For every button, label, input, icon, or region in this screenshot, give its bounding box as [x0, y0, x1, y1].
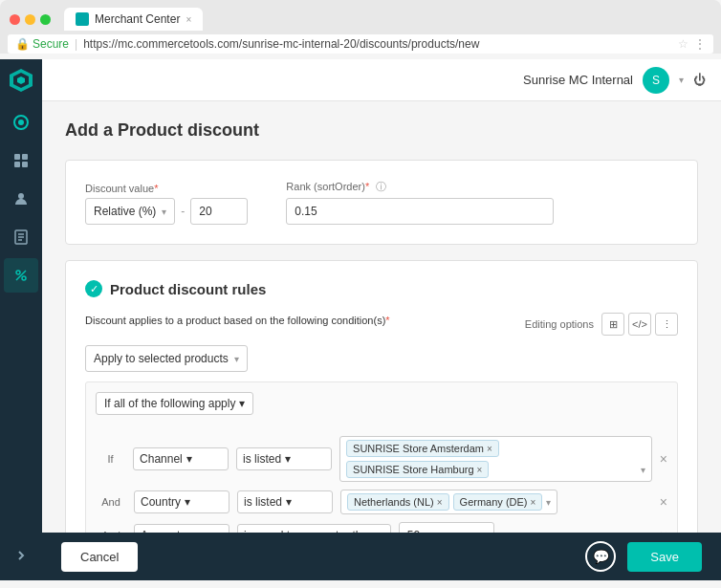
conditions-container: If all of the following apply ▾ If Chann…	[85, 381, 678, 533]
power-icon[interactable]: ⏻	[693, 73, 706, 87]
chat-button[interactable]: 💬	[585, 541, 616, 572]
more-options-icon[interactable]: ⋮	[655, 313, 678, 336]
star-icon[interactable]: ☆	[678, 37, 688, 51]
field-chevron-icon: ▾	[185, 495, 190, 509]
type-select-chevron-icon: ▾	[162, 207, 166, 217]
tag-amsterdam: SUNRISE Store Amsterdam ×	[346, 440, 499, 457]
tags-chevron-icon-2[interactable]: ▾	[546, 497, 551, 508]
tag-remove-de[interactable]: ×	[531, 497, 536, 508]
sidebar-item-catalog[interactable]	[4, 143, 38, 178]
if-all-select[interactable]: If all of the following apply ▾	[96, 392, 253, 415]
discount-type-select[interactable]: Relative (%) ▾	[85, 198, 175, 225]
check-icon: ✓	[85, 280, 102, 297]
rules-section: ✓ Product discount rules Discount applie…	[65, 260, 698, 533]
address-bar[interactable]: 🔒 Secure | https://mc.commercetools.com/…	[8, 34, 713, 54]
if-all-chevron-icon: ▾	[239, 397, 245, 410]
condition-row: And Country ▾ is listed ▾	[96, 490, 667, 514]
apply-select[interactable]: Apply to selected products ▾	[85, 345, 248, 372]
url-text: https://mc.commercetools.com/sunrise-mc-…	[83, 37, 672, 51]
rank-label: Rank (sortOrder)* ⓘ	[286, 180, 554, 194]
rules-title: Product discount rules	[110, 281, 266, 297]
field-chevron-icon: ▾	[186, 452, 192, 466]
secure-indicator: 🔒 Secure	[15, 37, 69, 51]
org-name: Sunrise MC Internal	[523, 73, 633, 87]
condition-prefix-and-1: And	[96, 496, 126, 508]
tag-netherlands: Netherlands (NL) ×	[347, 493, 449, 511]
svg-line-16	[16, 271, 26, 280]
remove-condition-1[interactable]: ×	[660, 451, 667, 467]
tab-favicon	[76, 12, 89, 26]
remove-condition-2[interactable]: ×	[660, 494, 667, 510]
svg-point-4	[18, 120, 24, 125]
user-avatar[interactable]: S	[643, 67, 669, 94]
tag-remove-nl[interactable]: ×	[437, 497, 443, 508]
sidebar-item-customers[interactable]	[4, 182, 38, 216]
condition-prefix-if: If	[96, 453, 125, 465]
sidebar-bottom	[4, 538, 38, 573]
sidebar-collapse-icon[interactable]	[4, 538, 38, 573]
cancel-button[interactable]: Cancel	[61, 542, 138, 572]
close-dot[interactable]	[10, 14, 20, 25]
tab-close-icon[interactable]: ×	[186, 14, 191, 25]
page-title: Add a Product discount	[65, 120, 698, 141]
svg-point-15	[22, 276, 26, 280]
editing-options-text: Editing options	[525, 318, 594, 330]
condition-operator-2[interactable]: is listed ▾	[237, 490, 333, 513]
condition-field-amount[interactable]: Amount ▾	[134, 524, 229, 533]
sidebar-item-home[interactable]	[4, 105, 38, 140]
discount-value-input[interactable]	[190, 198, 248, 225]
topbar: Sunrise MC Internal S ▾ ⏻	[42, 59, 721, 101]
tag-remove-hamburg[interactable]: ×	[477, 465, 483, 475]
conditions-label: Discount applies to a product based on t…	[85, 315, 390, 326]
tag-hamburg: SUNRISE Store Hamburg ×	[346, 461, 489, 478]
sidebar-item-orders[interactable]	[4, 220, 38, 254]
tag-germany: Germany (DE) ×	[453, 493, 543, 511]
operator-chevron-icon: ▾	[286, 495, 292, 509]
code-view-icon[interactable]: </>	[628, 313, 651, 336]
condition-row: And Amount ▾ is equal to or greater than…	[96, 522, 667, 533]
condition-row: If Channel ▾ is listed ▾ S	[96, 436, 667, 482]
avatar-chevron-icon[interactable]: ▾	[679, 75, 684, 85]
svg-rect-8	[22, 162, 28, 167]
browser-tab[interactable]: Merchant Center ×	[64, 8, 203, 31]
save-button[interactable]: Save	[627, 542, 702, 572]
svg-rect-7	[14, 162, 20, 167]
channel-tags-input[interactable]: SUNRISE Store Amsterdam × SUNRISE Store …	[339, 436, 652, 482]
sidebar	[0, 59, 42, 580]
tab-title: Merchant Center	[95, 12, 180, 26]
condition-field-channel[interactable]: Channel ▾	[133, 447, 229, 470]
discount-value-section: Discount value* Relative (%) ▾ -	[65, 160, 698, 245]
tag-remove-amsterdam[interactable]: ×	[487, 444, 492, 454]
svg-point-9	[18, 193, 24, 199]
footer: Cancel 💬 Save	[42, 533, 721, 580]
minimize-dot[interactable]	[25, 14, 35, 25]
apply-select-chevron-icon: ▾	[234, 354, 239, 364]
condition-field-country[interactable]: Country ▾	[134, 490, 229, 513]
more-icon[interactable]: ⋮	[694, 37, 706, 51]
condition-operator-3[interactable]: is equal to or greater than ▾	[237, 524, 391, 533]
grid-view-icon[interactable]: ⊞	[601, 313, 624, 336]
svg-rect-6	[22, 154, 28, 160]
app-logo	[8, 67, 34, 94]
svg-point-14	[16, 271, 20, 274]
condition-operator-1[interactable]: is listed ▾	[236, 447, 332, 470]
rank-input[interactable]	[286, 198, 554, 225]
tags-chevron-icon[interactable]: ▾	[641, 465, 645, 475]
discount-value-label: Discount value*	[85, 183, 248, 194]
svg-rect-5	[14, 154, 20, 160]
main-content: Add a Product discount Discount value* R…	[42, 101, 721, 533]
maximize-dot[interactable]	[40, 14, 51, 25]
country-tags-input[interactable]: Netherlands (NL) × Germany (DE) × ▾	[340, 490, 557, 514]
operator-chevron-icon: ▾	[285, 452, 291, 466]
sidebar-item-discounts[interactable]	[4, 258, 38, 293]
amount-input[interactable]	[399, 522, 494, 533]
